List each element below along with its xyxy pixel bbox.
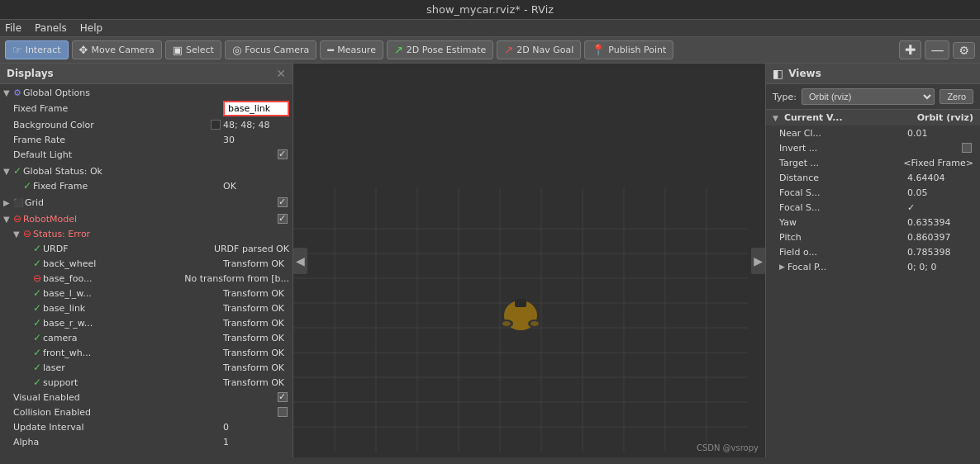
grid-label: Grid — [25, 197, 278, 208]
views-type-select[interactable]: Orbit (rviz) — [802, 88, 935, 105]
title-bar: show_mycar.rviz* - RViz — [0, 0, 980, 20]
focus-camera-button[interactable]: ◎ Focus Camera — [225, 40, 316, 59]
near-clip-row: Near Cl... 0.01 — [766, 125, 980, 140]
front-wh-label: front_wh... — [43, 348, 223, 358]
frame-rate-row: Frame Rate 30 — [0, 132, 293, 147]
yaw-label: Yaw — [779, 217, 907, 228]
3d-viewport[interactable]: ◀ ▶ CSDN @vsropy — [293, 64, 765, 457]
pitch-label: Pitch — [779, 232, 907, 243]
global-options-icon: ⚙ — [13, 88, 21, 98]
collision-enabled-checkbox[interactable] — [278, 407, 288, 417]
views-type-label: Type: — [773, 92, 797, 102]
base-foo-row: ⊖ base_foo... No transform from [b... — [0, 271, 293, 286]
camera-check-icon: ✓ — [33, 332, 41, 343]
views-header: ◧ Views — [766, 64, 980, 84]
grid-row[interactable]: ▶ ⬛ Grid — [0, 195, 293, 210]
global-options-item: ▼ ⚙ Global Options Fixed Frame base_link… — [0, 84, 293, 163]
views-title: Views — [788, 68, 821, 79]
select-button[interactable]: ▣ Select — [165, 40, 221, 59]
menu-panels[interactable]: Panels — [35, 22, 67, 34]
global-status-row[interactable]: ▼ ✓ Global Status: Ok — [0, 163, 293, 178]
nav-goal-label: 2D Nav Goal — [516, 45, 573, 55]
viewport-right-arrow[interactable]: ▶ — [751, 248, 765, 274]
focal-p-expand-icon[interactable]: ▶ — [779, 263, 785, 271]
alpha-value: 1 — [223, 437, 289, 447]
back-wheel-value: Transform OK — [223, 258, 289, 269]
menu-file[interactable]: File — [5, 22, 21, 34]
toolbar: ☞ Interact ✥ Move Camera ▣ Select ◎ Focu… — [0, 37, 980, 64]
global-status-expand[interactable]: ▼ — [3, 167, 12, 176]
current-view-expand-icon: ▼ — [773, 114, 778, 122]
distance-row: Distance 4.64404 — [766, 170, 980, 185]
grid-expand[interactable]: ▶ — [3, 198, 12, 207]
collision-enabled-row: Collision Enabled — [0, 405, 293, 419]
base-link-label: base_link — [43, 303, 223, 314]
base-l-w-value: Transform OK — [223, 288, 289, 299]
publish-point-label: Publish Point — [608, 45, 666, 55]
interact-label: Interact — [26, 45, 61, 55]
global-options-expand[interactable]: ▼ — [3, 88, 12, 97]
pose-estimate-button[interactable]: ↗ 2D Pose Estimate — [387, 40, 493, 59]
frame-rate-label: Frame Rate — [13, 135, 223, 145]
viewport-left-arrow[interactable]: ◀ — [293, 248, 307, 274]
menu-help[interactable]: Help — [80, 22, 102, 34]
near-clip-value: 0.01 — [907, 128, 973, 139]
support-check-icon: ✓ — [33, 376, 41, 388]
robot-model-expand[interactable]: ▼ — [3, 215, 12, 224]
camera-value: Transform OK — [223, 333, 289, 343]
base-r-w-row: ✓ base_r_w... Transform OK — [0, 315, 293, 330]
fixed-frame-value[interactable]: base_link — [223, 101, 289, 116]
robot-model-row[interactable]: ▼ ⊖ RobotModel — [0, 211, 293, 226]
laser-label: laser — [43, 362, 223, 373]
interact-button[interactable]: ☞ Interact — [5, 40, 69, 59]
grid-enabled-checkbox[interactable] — [278, 197, 288, 207]
visual-enabled-row: Visual Enabled — [0, 390, 293, 405]
publish-point-button[interactable]: 📍 Publish Point — [584, 40, 673, 59]
invert-checkbox[interactable] — [962, 143, 972, 153]
close-displays-icon[interactable]: ✕ — [276, 67, 286, 80]
visual-enabled-checkbox[interactable] — [278, 392, 288, 402]
pitch-value: 0.860397 — [907, 232, 973, 243]
grid-icon: ⬛ — [13, 198, 23, 207]
laser-check-icon: ✓ — [33, 362, 41, 373]
views-zero-button[interactable]: Zero — [940, 89, 973, 104]
measure-label: Measure — [337, 45, 376, 55]
views-panel: ◧ Views Type: Orbit (rviz) Zero ▼ Curren… — [765, 64, 980, 457]
move-camera-button[interactable]: ✥ Move Camera — [72, 40, 162, 59]
target-label: Target ... — [779, 158, 903, 168]
near-clip-label: Near Cl... — [779, 128, 907, 139]
gs-fixed-frame-value: OK — [223, 181, 289, 192]
visual-enabled-label: Visual Enabled — [13, 392, 278, 403]
focal-p-value: 0; 0; 0 — [907, 262, 973, 272]
collision-enabled-label: Collision Enabled — [13, 407, 278, 418]
status-error-row[interactable]: ▼ ⊖ Status: Error — [0, 226, 293, 241]
laser-value: Transform OK — [223, 362, 289, 373]
urdf-row: ✓ URDF URDF parsed OK — [0, 241, 293, 256]
status-error-expand[interactable]: ▼ — [13, 230, 21, 239]
nav-goal-button[interactable]: ↗ 2D Nav Goal — [497, 40, 581, 59]
default-light-label: Default Light — [13, 149, 278, 160]
global-options-row[interactable]: ▼ ⚙ Global Options — [0, 85, 293, 100]
views-icon: ◧ — [773, 67, 783, 80]
camera-row: ✓ camera Transform OK — [0, 330, 293, 345]
displays-panel: Displays ✕ ▼ ⚙ Global Options Fixed Fram… — [0, 64, 293, 457]
default-light-checkbox[interactable] — [278, 149, 288, 159]
robot-model-enabled-checkbox[interactable] — [278, 214, 288, 224]
remove-button[interactable]: — — [925, 40, 949, 59]
current-view-header[interactable]: ▼ Current V... Orbit (rviz) — [766, 110, 980, 125]
settings-button[interactable]: ⚙ — [953, 42, 975, 59]
menu-bar: File Panels Help — [0, 20, 980, 37]
fixed-frame-row: Fixed Frame base_link — [0, 100, 293, 117]
field-o-row: Field o... 0.785398 — [766, 244, 980, 259]
bg-color-swatch[interactable] — [211, 120, 221, 130]
measure-button[interactable]: ━ Measure — [320, 40, 383, 59]
back-wheel-label: back_wheel — [43, 258, 223, 269]
add-button[interactable]: ✚ — [899, 40, 921, 59]
select-icon: ▣ — [173, 44, 183, 56]
alpha-row: Alpha 1 — [0, 434, 293, 449]
displays-title: Displays — [7, 68, 54, 79]
robot-model-label: RobotModel — [23, 214, 278, 225]
interact-icon: ☞ — [12, 44, 22, 56]
focal-s2-value: ✓ — [907, 202, 973, 213]
global-status-label: Global Status: Ok — [23, 166, 289, 177]
